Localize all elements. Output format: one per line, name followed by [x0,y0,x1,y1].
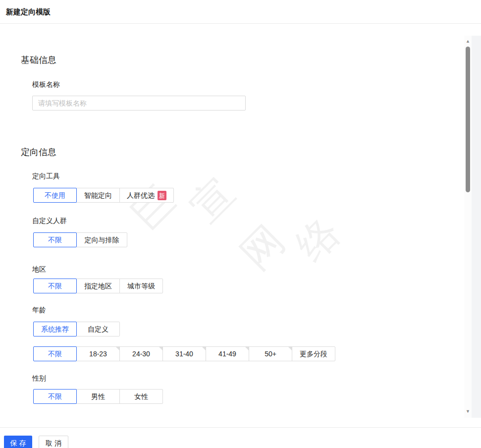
new-badge: 新 [158,191,166,200]
save-button[interactable]: 保 存 [4,436,32,448]
gender-label: 性别 [32,375,46,382]
template-name-input[interactable] [32,96,246,111]
region-label: 地区 [32,266,46,273]
option-age-41-49[interactable]: 41-49 [206,346,249,361]
corner-fold-icon [245,347,249,350]
option-age-18-23[interactable]: 18-23 [76,346,120,361]
region-options: 不限 指定地区 城市等级 [33,279,163,293]
scrollbar-down-icon[interactable]: ▼ [464,409,472,414]
option-male[interactable]: 男性 [76,389,120,404]
option-system-recommended[interactable]: 系统推荐 [33,322,77,336]
section-title-basic-info: 基础信息 [21,56,56,64]
option-smart-targeting[interactable]: 智能定向 [76,188,120,203]
custom-audience-label: 自定义人群 [32,217,67,224]
option-target-and-exclude[interactable]: 定向与排除 [76,232,127,247]
option-unlimited[interactable]: 不限 [33,232,77,247]
option-age-50-plus[interactable]: 50+ [249,346,292,361]
scrollbar-up-icon[interactable]: ▲ [464,39,472,44]
dialog-title: 新建定向模版 [6,7,51,16]
age-mode-options: 系统推荐 自定义 [33,322,120,336]
dialog-footer: 保 存 取 消 [0,427,481,448]
option-not-use[interactable]: 不使用 [33,188,77,203]
option-unlimited[interactable]: 不限 [33,346,77,361]
gender-options: 不限 男性 女性 [33,389,163,404]
custom-audience-options: 不限 定向与排除 [33,232,127,247]
section-title-targeting-info: 定向信息 [21,148,56,157]
option-age-31-40[interactable]: 31-40 [162,346,206,361]
dialog-header: 新建定向模版 [0,0,481,24]
watermark-char: 络 [289,210,347,268]
age-label: 年龄 [32,306,46,313]
age-segment-options: 不限 18-23 24-30 31-40 41-49 50+ [33,346,335,361]
option-age-24-30[interactable]: 24-30 [119,346,163,361]
corner-fold-icon [288,347,292,350]
scrollbar-gutter [472,36,481,418]
watermark-char: 网 [234,219,291,276]
new-targeting-template-dialog: 新建定向模版 巨 宣 网 络 基础信息 模板名称 定向信息 定向工具 不使用 智… [0,0,481,448]
targeting-tool-options: 不使用 智能定向 人群优选 新 [33,188,174,203]
corner-fold-icon [116,347,119,350]
option-city-tier[interactable]: 城市等级 [119,279,163,293]
corner-fold-icon [159,347,162,350]
corner-fold-icon [202,347,206,350]
template-name-label: 模板名称 [32,81,60,88]
option-female[interactable]: 女性 [119,389,163,404]
option-custom[interactable]: 自定义 [76,322,120,336]
option-unlimited[interactable]: 不限 [33,279,77,293]
dialog-body: 巨 宣 网 络 基础信息 模板名称 定向信息 定向工具 不使用 智能定向 人群优… [0,24,481,427]
option-audience-preferred[interactable]: 人群优选 新 [119,188,174,203]
cancel-button[interactable]: 取 消 [39,436,68,448]
watermark-char: 宣 [184,171,241,228]
option-specified-region[interactable]: 指定地区 [76,279,120,293]
scrollbar-thumb[interactable] [466,47,470,192]
option-unlimited[interactable]: 不限 [33,389,77,404]
targeting-tool-label: 定向工具 [32,172,60,179]
option-more-segments[interactable]: 更多分段 [292,346,335,361]
